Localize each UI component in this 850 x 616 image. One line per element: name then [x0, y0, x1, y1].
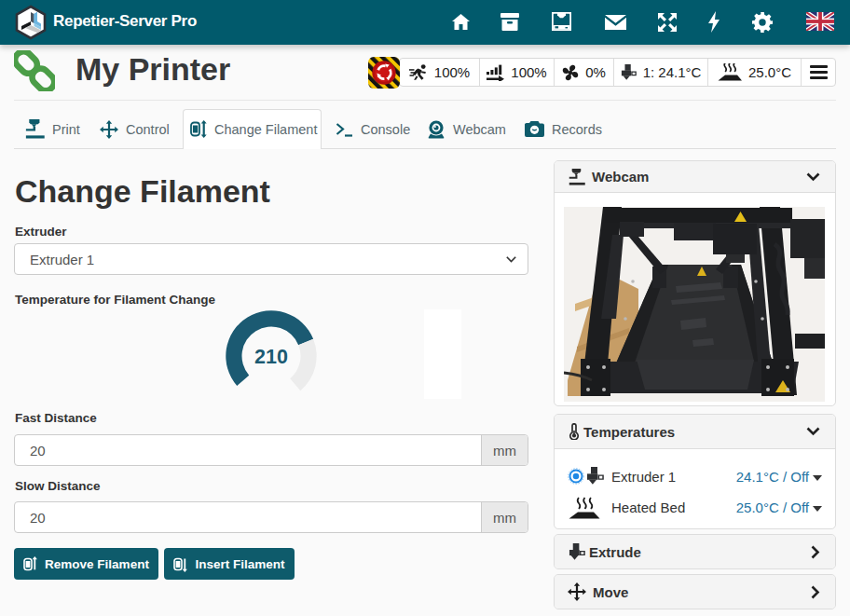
svg-text:210: 210	[254, 346, 288, 368]
